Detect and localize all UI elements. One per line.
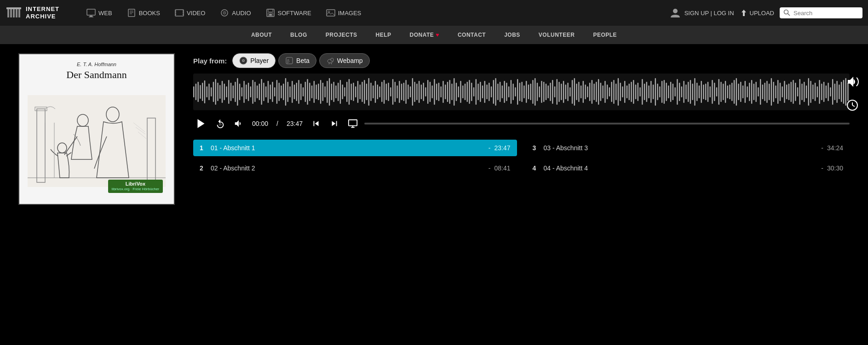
track-dur-sep-2: - <box>489 164 491 172</box>
svg-rect-336 <box>804 82 805 102</box>
svg-rect-249 <box>613 80 614 104</box>
nav-item-web[interactable]: WEB <box>79 0 120 26</box>
play-button[interactable] <box>193 116 209 131</box>
next-button[interactable] <box>328 117 341 130</box>
svg-rect-261 <box>639 87 640 96</box>
svg-rect-309 <box>745 81 746 103</box>
logo[interactable]: INTERNET ARCHIVE <box>6 5 79 21</box>
svg-rect-192 <box>489 83 489 101</box>
svg-rect-286 <box>694 78 695 106</box>
svg-rect-130 <box>353 83 354 101</box>
svg-rect-211 <box>530 84 531 100</box>
track-item-1[interactable]: 1 01 - Abschnitt 1 - 23:47 <box>193 140 517 156</box>
svg-rect-103 <box>294 85 295 99</box>
nav-item-software[interactable]: SOFTWARE <box>259 0 319 26</box>
svg-rect-213 <box>535 78 535 106</box>
svg-rect-198 <box>502 85 503 98</box>
sec-nav-volunteer[interactable]: VOLUNTEER <box>529 26 584 44</box>
track-item-4[interactable]: 4 04 - Abschnitt 4 - 30:30 <box>526 160 850 176</box>
user-area[interactable]: SIGN UP | LOG IN <box>669 6 734 19</box>
archive-logo-icon <box>6 5 22 21</box>
svg-text:β: β <box>287 59 289 63</box>
nav-item-images[interactable]: IMAGES <box>319 0 369 26</box>
svg-rect-85 <box>254 82 255 102</box>
svg-rect-25 <box>268 9 273 12</box>
svg-rect-95 <box>276 80 277 104</box>
svg-rect-329 <box>788 84 789 100</box>
svg-rect-323 <box>775 85 776 98</box>
svg-rect-168 <box>436 84 437 100</box>
svg-rect-322 <box>773 82 774 102</box>
tab-player[interactable]: Player <box>232 53 276 68</box>
svg-rect-138 <box>370 83 371 101</box>
tab-beta[interactable]: β Beta <box>278 53 316 68</box>
svg-rect-84 <box>252 80 253 104</box>
sec-nav-jobs[interactable]: JOBS <box>495 26 529 44</box>
svg-rect-339 <box>810 81 811 103</box>
sec-nav-help[interactable]: HELP <box>366 26 400 44</box>
svg-rect-340 <box>812 85 813 99</box>
sketch-container: LibriVox librivox.org · Freie Hörbücher <box>27 85 167 197</box>
upload-area[interactable]: UPLOAD <box>740 9 774 17</box>
svg-rect-250 <box>615 84 616 100</box>
svg-rect-108 <box>305 82 306 102</box>
track-item-3[interactable]: 3 03 - Abschnitt 3 - 34:24 <box>526 140 850 156</box>
svg-rect-15 <box>175 11 176 11</box>
nav-item-books[interactable]: BOOKS <box>120 0 167 26</box>
clock-right-button[interactable] <box>844 97 861 115</box>
svg-rect-17 <box>175 14 176 15</box>
svg-point-53 <box>331 58 333 62</box>
sec-nav-contact[interactable]: CONTACT <box>448 26 495 44</box>
prev-button[interactable] <box>309 117 323 130</box>
svg-rect-297 <box>719 79 719 105</box>
svg-rect-117 <box>324 86 325 97</box>
svg-rect-186 <box>476 79 477 105</box>
svg-rect-131 <box>355 86 356 97</box>
svg-rect-283 <box>688 82 689 102</box>
svg-rect-224 <box>558 82 559 102</box>
waveform-container[interactable]: // This will be static SVG lines <box>193 74 850 110</box>
svg-rect-338 <box>808 78 809 106</box>
sec-nav-donate[interactable]: DONATE ♥ <box>400 26 448 44</box>
svg-rect-73 <box>228 80 229 104</box>
svg-rect-123 <box>338 83 339 101</box>
svg-rect-62 <box>204 80 205 103</box>
screen-button[interactable] <box>346 117 360 130</box>
nav-item-video[interactable]: VIDEO <box>167 0 213 26</box>
svg-rect-216 <box>541 81 542 103</box>
tab-webamp[interactable]: Webamp <box>319 53 370 68</box>
svg-rect-121 <box>333 82 334 102</box>
svg-rect-126 <box>344 87 345 96</box>
svg-rect-105 <box>298 80 299 104</box>
svg-rect-10 <box>128 9 135 17</box>
sec-nav-about[interactable]: ABOUT <box>242 26 281 44</box>
nav-items: WEB BOOKS VIDEO AUDIO SOFTWARE IMAGES <box>79 0 669 26</box>
track-item-2[interactable]: 2 02 - Abschnitt 2 - 08:41 <box>193 160 517 176</box>
svg-rect-147 <box>390 87 391 96</box>
sec-nav-projects[interactable]: PROJECTS <box>316 26 367 44</box>
svg-marker-31 <box>742 10 746 16</box>
svg-rect-16 <box>175 12 176 13</box>
progress-bar[interactable] <box>364 123 850 124</box>
volume-right-button[interactable] <box>844 74 861 91</box>
album-art: E. T. A. Hoffmann Der Sandmann <box>18 53 175 205</box>
svg-rect-332 <box>795 83 796 101</box>
svg-rect-308 <box>742 85 743 98</box>
svg-rect-218 <box>546 84 546 100</box>
search-input[interactable] <box>793 10 858 17</box>
svg-rect-223 <box>557 79 558 105</box>
svg-rect-289 <box>701 81 702 103</box>
svg-rect-119 <box>329 78 330 106</box>
svg-rect-153 <box>403 83 404 101</box>
time-separator: / <box>276 120 278 127</box>
svg-rect-124 <box>340 80 341 104</box>
svg-rect-280 <box>681 86 682 97</box>
volume-button[interactable] <box>232 117 246 130</box>
search-box[interactable] <box>780 7 862 18</box>
nav-item-audio[interactable]: AUDIO <box>213 0 258 26</box>
rewind10-button[interactable]: 10 <box>213 117 227 130</box>
sec-nav-people[interactable]: PEOPLE <box>584 26 626 44</box>
sec-nav-blog[interactable]: BLOG <box>281 26 316 44</box>
svg-rect-27 <box>269 14 272 16</box>
svg-rect-14 <box>175 10 184 16</box>
